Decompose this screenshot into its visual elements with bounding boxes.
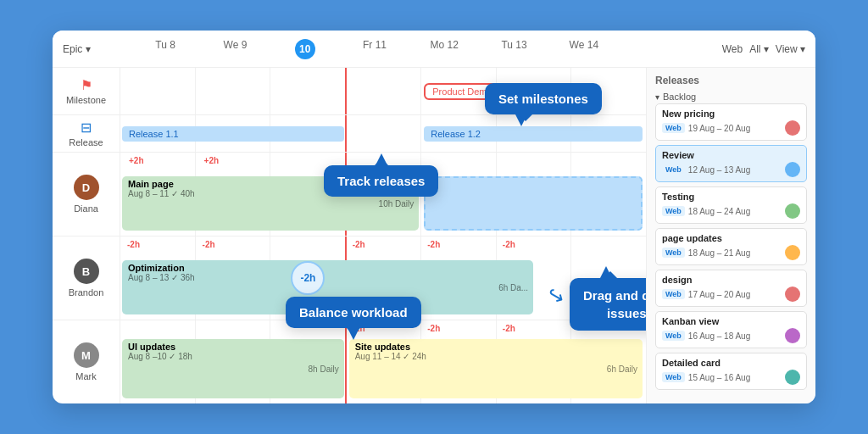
- task-main-page-daily: 10h Daily: [379, 199, 415, 209]
- delta-brandon-5: -2h: [427, 240, 440, 249]
- label-brandon: B Brandon: [53, 236, 120, 320]
- task-review-dashed[interactable]: [424, 176, 643, 231]
- task-ui-updates-meta: Aug 8 –10 ✓ 18h: [128, 352, 338, 361]
- rp-item-design-title: design: [662, 275, 800, 285]
- release-label: Release: [69, 137, 103, 147]
- rp-avatar: [785, 328, 800, 343]
- header-row: Epic ▾ Tu 8 We 9 10 Fr 11 Mo 12 Tu 13 We…: [53, 31, 815, 68]
- tooltip-track: Track releases: [324, 165, 438, 197]
- mark-grid-row: -2h -2h -2h UI updates Aug 8 –10 ✓ 18h 8…: [120, 320, 646, 403]
- rp-item-page-updates-title: page updates: [662, 233, 800, 243]
- task-site-updates-daily: 6h Daily: [607, 364, 637, 374]
- rp-dates: 18 Aug – 21 Aug: [688, 248, 750, 258]
- rp-tag: Web: [662, 123, 685, 133]
- header-day-we14: We 14: [549, 36, 619, 63]
- rp-tag: Web: [662, 164, 685, 175]
- task-optimization-daily: 6h Da...: [498, 283, 528, 292]
- task-optimization-meta: Aug 8 – 13 ✓ 36h: [128, 273, 527, 282]
- task-ui-updates-title: UI updates: [128, 342, 338, 352]
- backlog-label: Backlog: [663, 92, 696, 102]
- delta-brandon-1: -2h: [127, 240, 140, 249]
- header-day-fr11: Fr 11: [340, 36, 409, 63]
- epic-filter[interactable]: Epic ▾: [63, 43, 131, 55]
- rp-item-detailed-card-title: Detailed card: [662, 358, 800, 368]
- rp-item-page-updates[interactable]: page updates Web 18 Aug – 21 Aug: [655, 228, 807, 265]
- task-optimization-title: Optimization: [128, 263, 527, 273]
- rows-container: Product Demo Release 1.1 R: [120, 68, 646, 403]
- label-diana: D Diana: [53, 153, 120, 236]
- rp-tag: Web: [662, 206, 685, 216]
- release-icon: ⊟: [81, 120, 92, 136]
- today-bubble: 10: [295, 39, 315, 59]
- rp-item-design[interactable]: design Web 17 Aug – 20 Aug: [655, 270, 807, 307]
- rp-item-new-pricing[interactable]: New pricing Web 19 Aug – 20 Aug: [655, 103, 807, 141]
- left-labels: ⚑ Milestone ⊟ Release D Diana B Brandon …: [53, 68, 120, 403]
- release-bar-1-2: Release 1.2: [424, 126, 643, 142]
- label-mark: M Mark: [53, 320, 120, 403]
- header-day-th10: 10: [270, 36, 340, 63]
- rp-section-backlog: ▾ Backlog New pricing Web 19 Aug – 20 Au…: [647, 90, 815, 399]
- rp-item-new-pricing-meta: Web 19 Aug – 20 Aug: [662, 120, 800, 136]
- all-filter[interactable]: All ▾: [749, 43, 769, 55]
- main-card: Epic ▾ Tu 8 We 9 10 Fr 11 Mo 12 Tu 13 We…: [53, 31, 815, 403]
- rp-item-review[interactable]: Review Web 12 Aug – 13 Aug: [655, 145, 807, 182]
- rp-title: Releases: [647, 75, 815, 90]
- tooltip-balance: Balance workload: [286, 297, 421, 328]
- rp-item-testing[interactable]: Testing Web 18 Aug – 24 Aug: [655, 186, 807, 224]
- rp-section-header[interactable]: ▾ Backlog: [655, 90, 807, 103]
- content-area: ⚑ Milestone ⊟ Release D Diana B Brandon …: [53, 68, 815, 403]
- rp-dates: 12 Aug – 13 Aug: [688, 165, 750, 175]
- delta-diana-1: +2h: [129, 156, 144, 165]
- rp-dates: 16 Aug – 18 Aug: [688, 331, 750, 341]
- task-ui-updates[interactable]: UI updates Aug 8 –10 ✓ 18h 8h Daily: [122, 339, 344, 398]
- task-site-updates-meta: Aug 11 – 14 ✓ 24h: [355, 352, 637, 361]
- rp-dates: 19 Aug – 20 Aug: [688, 124, 750, 133]
- task-ui-updates-daily: 8h Daily: [309, 364, 339, 374]
- rp-dates: 18 Aug – 24 Aug: [688, 207, 750, 216]
- delta-diana-2: +2h: [204, 156, 220, 165]
- release-grid-row: Release 1.1 Release 1.2: [120, 115, 646, 153]
- header-days: Tu 8 We 9 10 Fr 11 Mo 12 Tu 13 We 14: [131, 36, 619, 63]
- label-release: ⊟ Release: [53, 115, 120, 153]
- rp-item-kanban-meta: Web 16 Aug – 18 Aug: [662, 328, 800, 343]
- backlog-chevron: ▾: [655, 92, 659, 102]
- grid-area: Product Demo Release 1.1 R: [120, 68, 646, 403]
- rp-tag: Web: [662, 372, 685, 382]
- rp-item-page-updates-meta: Web 18 Aug – 21 Aug: [662, 245, 800, 260]
- release-bar-1-1: Release 1.1: [122, 126, 344, 142]
- delta-mark-6: -2h: [503, 324, 515, 333]
- tooltip-drag: Drag and dropissues: [570, 278, 646, 331]
- rp-avatar: [785, 370, 800, 385]
- rp-tag: Web: [662, 248, 685, 258]
- web-label: Web: [722, 43, 743, 55]
- delta-brandon-2: -2h: [203, 240, 215, 249]
- header-day-mo12: Mo 12: [409, 36, 479, 63]
- rp-item-kanban-title: Kanban view: [662, 316, 800, 326]
- rp-item-kanban[interactable]: Kanban view Web 16 Aug – 18 Aug: [655, 311, 807, 348]
- task-site-updates[interactable]: Site updates Aug 11 – 14 ✓ 24h 6h Daily: [349, 339, 643, 398]
- milestone-icon: ⚑: [81, 77, 92, 93]
- epic-chevron: ▾: [86, 43, 91, 55]
- rp-item-detailed-card[interactable]: Detailed card Web 15 Aug – 16 Aug: [655, 353, 807, 390]
- header-day-tu13: Tu 13: [479, 36, 548, 63]
- delta-mark-5: -2h: [427, 324, 440, 333]
- avatar-brandon: B: [74, 259, 99, 284]
- rp-avatar: [785, 162, 800, 177]
- rp-avatar: [785, 245, 800, 260]
- rp-dates: 17 Aug – 20 Aug: [688, 290, 750, 299]
- right-panel: Releases ▾ Backlog New pricing Web 19 Au…: [646, 68, 815, 403]
- rp-item-new-pricing-title: New pricing: [662, 108, 800, 119]
- rp-tag: Web: [662, 331, 685, 341]
- header-day-we9: We 9: [200, 36, 270, 63]
- rp-dates: 15 Aug – 16 Aug: [688, 373, 750, 382]
- rp-item-review-meta: Web 12 Aug – 13 Aug: [662, 162, 800, 177]
- rp-avatar: [785, 120, 800, 136]
- rp-item-detailed-card-meta: Web 15 Aug – 16 Aug: [662, 370, 800, 385]
- view-filter[interactable]: View ▾: [776, 43, 805, 55]
- rp-tag: Web: [662, 289, 685, 299]
- rp-item-design-meta: Web 17 Aug – 20 Aug: [662, 287, 800, 302]
- delta-brandon-circle: -2h: [291, 261, 325, 295]
- label-milestone: ⚑ Milestone: [53, 68, 120, 115]
- user-mark-name: Mark: [75, 371, 96, 381]
- rp-avatar: [785, 203, 800, 219]
